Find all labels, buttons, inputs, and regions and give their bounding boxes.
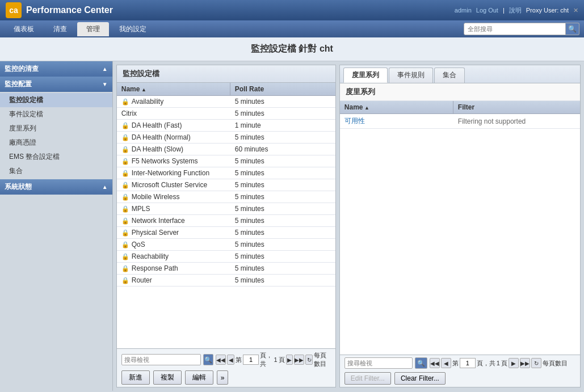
lock-icon: 🔒	[121, 241, 129, 248]
right-refresh-button[interactable]: ↻	[531, 358, 541, 368]
sidebar-section-system-status[interactable]: 系統狀態 ▲	[0, 179, 112, 195]
top-bar-left: ca Performance Center	[6, 2, 113, 18]
row-poll-rate: 5 minutes	[230, 275, 335, 286]
lock-icon: 🔒	[121, 158, 129, 165]
sidebar-item-collection[interactable]: 集合	[0, 164, 112, 178]
tab-metric-families[interactable]: 度里系列	[343, 68, 388, 83]
more-button[interactable]: »	[217, 370, 229, 385]
row-poll-rate: 5 minutes	[230, 179, 335, 191]
metric-column-filter[interactable]: Filter	[453, 101, 580, 113]
tab-event-rules[interactable]: 事件規則	[389, 68, 433, 83]
row-name: 🔒Availability	[117, 96, 230, 107]
search-input[interactable]	[464, 23, 566, 35]
lock-icon: 🔒	[121, 205, 129, 213]
row-name: 🔒Response Path	[117, 263, 230, 274]
table-row[interactable]: 🔒Router 5 minutes	[117, 275, 335, 286]
copy-button[interactable]: 複製	[153, 370, 182, 385]
table-row[interactable]: 🔒Mobile Wireless 5 minutes	[117, 191, 335, 203]
tab-collection[interactable]: 集合	[434, 68, 465, 83]
right-actions: Edit Filter... Clear Filter...	[344, 372, 575, 385]
sidebar-item-vendor-credentials[interactable]: 廠商憑證	[0, 136, 112, 150]
clear-filter-button[interactable]: Clear Filter...	[394, 372, 446, 385]
chevron-up-icon: ▲	[102, 66, 108, 72]
search-button[interactable]: 🔍	[566, 23, 579, 35]
column-poll-rate[interactable]: Poll Rate	[230, 83, 335, 95]
first-page-button[interactable]: ◀◀	[216, 355, 226, 365]
nav-tab-inventory[interactable]: 清查	[44, 22, 76, 36]
table-row[interactable]: 🔒DA Health (Fast) 1 minute	[117, 120, 335, 132]
right-pagination: ◀◀ ◀ 第 頁，共 1 頁 ▶ ▶▶ ↻ 每頁數目	[430, 358, 568, 368]
nav-tabs: 儀表板 清查 管理 我的設定	[5, 22, 156, 36]
monitor-table-header: Name Poll Rate	[117, 83, 335, 96]
table-row[interactable]: 🔒DA Health (Slow) 60 minutes	[117, 144, 335, 155]
table-row[interactable]: 🔒DA Health (Normal) 5 minutes	[117, 132, 335, 144]
logout-link[interactable]: Log Out	[476, 7, 498, 14]
right-of-label: 頁，共	[477, 359, 495, 368]
center-pagination: ◀◀ ◀ 第 頁，共 1 頁 ▶ ▶▶ ↻ 每頁數目	[216, 351, 330, 368]
center-actions: 新進 複製 編輯 »	[121, 370, 331, 385]
lock-icon: 🔒	[121, 146, 129, 153]
right-page-suffix: 頁	[501, 359, 507, 368]
table-row[interactable]: 🔒Network Interface 5 minutes	[117, 215, 335, 227]
row-poll-rate: 5 minutes	[230, 108, 335, 119]
sidebar-item-monitor-profiles[interactable]: 監控設定檔	[0, 93, 112, 107]
sidebar-section-monitoring[interactable]: 監控配置 ▼	[0, 77, 112, 92]
prev-page-button[interactable]: ◀	[227, 355, 234, 365]
nav-tab-management[interactable]: 管理	[77, 22, 109, 36]
user-link[interactable]: admin	[455, 7, 472, 14]
table-row[interactable]: 🔒Response Path 5 minutes	[117, 263, 335, 275]
refresh-button[interactable]: ↻	[305, 355, 313, 365]
metric-table-row[interactable]: 可用性 Filtering not supported	[340, 114, 580, 129]
main-content: 監控的清查 ▲ 監控配置 ▼ 監控設定檔 事件設定檔 度里系列 廠商憑證 EMS…	[0, 61, 584, 391]
row-name: 🔒DA Health (Fast)	[117, 120, 230, 131]
nav-tab-settings[interactable]: 我的設定	[110, 22, 156, 36]
sidebar-item-event-profiles[interactable]: 事件設定檔	[0, 107, 112, 121]
monitor-table-body: 🔒Availability 5 minutes Citrix 5 minutes…	[117, 96, 335, 348]
row-poll-rate: 5 minutes	[230, 167, 335, 179]
row-poll-rate: 5 minutes	[230, 155, 335, 167]
right-search-input[interactable]	[344, 357, 413, 369]
app-title: Performance Center	[26, 5, 113, 15]
edit-button[interactable]: 編輯	[185, 370, 213, 385]
right-bottom: 🔍 ◀◀ ◀ 第 頁，共 1 頁 ▶ ▶▶ ↻ 每頁數目 Edit Filter…	[340, 355, 580, 387]
next-page-button[interactable]: ▶	[286, 355, 293, 365]
table-row[interactable]: 🔒QoS 5 minutes	[117, 239, 335, 251]
row-poll-rate: 1 minute	[230, 120, 335, 131]
center-search-input[interactable]	[121, 354, 201, 365]
sidebar-item-ems-integration[interactable]: EMS 整合設定檔	[0, 150, 112, 164]
right-last-page-button[interactable]: ▶▶	[520, 358, 530, 368]
right-search-button[interactable]: 🔍	[415, 357, 427, 369]
nav-tab-dashboard[interactable]: 儀表板	[5, 22, 43, 36]
right-first-page-button[interactable]: ◀◀	[430, 358, 440, 368]
right-next-page-button[interactable]: ▶	[509, 358, 519, 368]
table-row[interactable]: 🔒Availability 5 minutes	[117, 96, 335, 108]
table-row[interactable]: 🔒Reachability 5 minutes	[117, 251, 335, 263]
row-poll-rate: 5 minutes	[230, 263, 335, 274]
lock-icon: 🔒	[121, 98, 129, 106]
table-row[interactable]: Citrix 5 minutes	[117, 108, 335, 120]
center-bottom: 🔍 ◀◀ ◀ 第 頁，共 1 頁 ▶ ▶▶ ↻ 每頁數目 新進 複製	[117, 348, 335, 387]
right-content: 度里系列 Name Filter 可用性 Filtering not suppo…	[340, 83, 580, 355]
table-row[interactable]: 🔒Physical Server 5 minutes	[117, 227, 335, 239]
table-row[interactable]: 🔒F5 Networks Systems 5 minutes	[117, 155, 335, 167]
table-row[interactable]: 🔒Inter-Networking Function 5 minutes	[117, 167, 335, 179]
right-per-page-label: 每頁數目	[543, 359, 568, 368]
right-prev-page-button[interactable]: ◀	[441, 358, 451, 368]
edit-filter-button[interactable]: Edit Filter...	[344, 372, 391, 385]
close-icon[interactable]: ✕	[573, 7, 578, 14]
right-page-number-input[interactable]	[460, 358, 476, 368]
last-page-button[interactable]: ▶▶	[294, 355, 304, 365]
help-link[interactable]: 說明	[509, 6, 522, 15]
row-name: 🔒DA Health (Normal)	[117, 132, 230, 143]
table-row[interactable]: 🔒MPLS 5 minutes	[117, 203, 335, 215]
column-name[interactable]: Name	[117, 83, 230, 95]
sidebar-monitoring-items: 監控設定檔 事件設定檔 度里系列 廠商憑證 EMS 整合設定檔 集合	[0, 92, 112, 179]
table-row[interactable]: 🔒Microsoft Cluster Service 5 minutes	[117, 179, 335, 191]
sidebar-item-metric-families[interactable]: 度里系列	[0, 121, 112, 136]
metric-column-name[interactable]: Name	[340, 101, 453, 113]
page-number-input[interactable]	[243, 355, 259, 365]
sidebar-section-inventory[interactable]: 監控的清查 ▲	[0, 61, 112, 77]
center-search-button[interactable]: 🔍	[203, 354, 214, 365]
new-button[interactable]: 新進	[121, 370, 150, 385]
metric-filter: Filtering not supported	[453, 115, 580, 128]
